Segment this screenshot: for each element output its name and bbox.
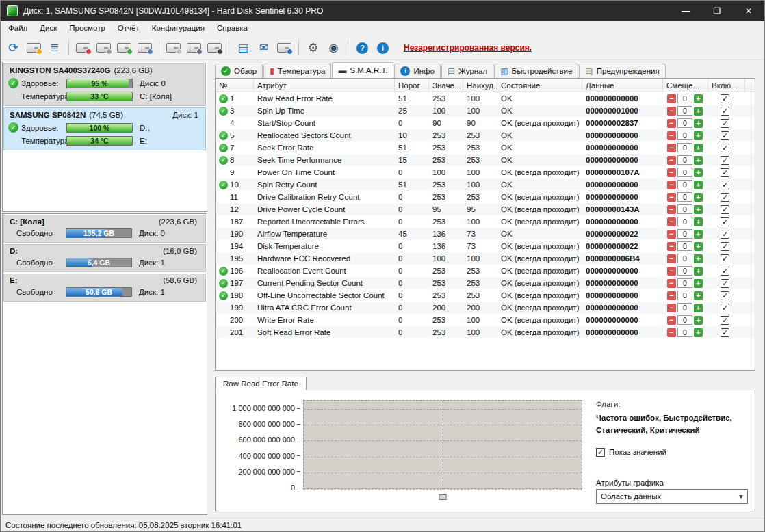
enabled-checkbox[interactable]: ✓ — [721, 131, 729, 140]
table-row[interactable]: ✓8Seek Time Performance15253253OK0000000… — [216, 154, 755, 166]
world-icon[interactable]: ◉ — [324, 39, 343, 57]
disk-repair-icon[interactable] — [24, 39, 44, 57]
column-header[interactable]: Состояние — [497, 79, 582, 92]
offset-decrease-button[interactable]: − — [667, 279, 676, 288]
column-header[interactable]: Данные — [582, 79, 663, 92]
table-row[interactable]: ✓1Raw Read Error Rate51253100OK000000000… — [216, 92, 755, 105]
table-row[interactable]: 11Drive Calibration Retry Count0253253OK… — [216, 191, 755, 203]
enabled-checkbox[interactable]: ✓ — [721, 94, 729, 103]
offset-increase-button[interactable]: + — [694, 205, 703, 214]
report-icon[interactable]: ≣ — [44, 39, 64, 57]
enabled-checkbox[interactable]: ✓ — [721, 119, 729, 128]
offset-increase-button[interactable]: + — [694, 328, 703, 337]
tab-info[interactable]: iИнфо — [394, 64, 440, 78]
enabled-checkbox[interactable]: ✓ — [721, 144, 729, 152]
table-row[interactable]: ✓3Spin Up Time25100100OK000000001000−0+✓ — [216, 105, 755, 117]
offset-increase-button[interactable]: + — [694, 304, 703, 312]
enabled-checkbox[interactable]: ✓ — [721, 168, 729, 177]
table-row[interactable]: 9Power On Time Count0100100OK (всегда пр… — [216, 166, 755, 178]
offset-decrease-button[interactable]: − — [667, 193, 676, 202]
disk-test-pause-icon[interactable] — [94, 39, 114, 57]
table-row[interactable]: 199Ultra ATA CRC Error Count0200200OK (в… — [216, 302, 755, 314]
offset-increase-button[interactable]: + — [694, 254, 703, 263]
column-header[interactable]: Значе... — [429, 79, 463, 92]
enabled-checkbox[interactable]: ✓ — [721, 217, 729, 226]
table-row[interactable]: 190Airflow Temperature4513673OK000000000… — [216, 228, 755, 240]
show-values-option[interactable]: ✓ Показ значений — [596, 448, 748, 457]
tab-overview[interactable]: ✓Обзор — [215, 64, 263, 78]
menu-report[interactable]: Отчёт — [112, 21, 146, 36]
offset-decrease-button[interactable]: − — [667, 94, 676, 103]
mail-icon[interactable]: ✉ — [254, 39, 274, 57]
column-header[interactable]: № — [216, 79, 254, 92]
info-icon[interactable]: i — [373, 39, 393, 57]
table-row[interactable]: 200Write Error Rate0253100OK (всегда про… — [216, 314, 755, 326]
offset-decrease-button[interactable]: − — [667, 119, 676, 128]
column-header[interactable]: Атрибут — [254, 79, 395, 92]
graph-attributes-dropdown[interactable]: Область данных ▾ — [596, 489, 748, 504]
menu-disk[interactable]: Диск — [34, 21, 63, 36]
disk-test-stop-icon[interactable] — [73, 39, 93, 57]
column-header[interactable]: Порог — [395, 79, 429, 92]
disk-eject-icon[interactable] — [205, 39, 224, 57]
disk-test-info-icon[interactable] — [135, 39, 155, 57]
offset-decrease-button[interactable]: − — [667, 107, 676, 116]
offset-decrease-button[interactable]: − — [667, 230, 676, 239]
menu-help[interactable]: Справка — [211, 21, 254, 36]
panels-icon[interactable]: ▤ — [233, 39, 253, 57]
disk-panel[interactable]: SAMSUNG SP0842N(74,5 GB)Диск: 1✓Здоровье… — [3, 107, 206, 150]
offset-increase-button[interactable]: + — [694, 217, 703, 226]
settings-gear-icon[interactable]: ⚙ — [303, 39, 323, 57]
enabled-checkbox[interactable]: ✓ — [721, 193, 729, 202]
disk-test-start-icon[interactable] — [114, 39, 134, 57]
table-row[interactable]: 201Soft Read Error Rate0253100OK (всегда… — [216, 326, 755, 338]
menu-file[interactable]: Файл — [2, 21, 34, 36]
table-row[interactable]: ✓10Spin Retry Count51253100OK00000000000… — [216, 178, 755, 191]
tab-warnings[interactable]: ▤Предупреждения — [579, 64, 665, 78]
offset-increase-button[interactable]: + — [694, 242, 703, 251]
offset-increase-button[interactable]: + — [694, 144, 703, 152]
offset-decrease-button[interactable]: − — [667, 267, 676, 276]
maximize-button[interactable]: ❐ — [701, 1, 733, 21]
disk-clone-icon[interactable] — [184, 39, 204, 57]
enabled-checkbox[interactable]: ✓ — [721, 279, 729, 288]
offset-increase-button[interactable]: + — [694, 181, 703, 189]
offset-decrease-button[interactable]: − — [667, 144, 676, 152]
enabled-checkbox[interactable]: ✓ — [721, 107, 729, 116]
partition-panel[interactable]: C: [Коля](223,6 GB)Свободно135,2 GBДиск:… — [3, 215, 206, 243]
column-header[interactable]: Вклю... — [708, 79, 745, 92]
enabled-checkbox[interactable]: ✓ — [721, 316, 729, 325]
offset-increase-button[interactable]: + — [694, 156, 703, 165]
tab-smart[interactable]: ▬S.M.A.R.T. — [332, 62, 393, 78]
menu-configuration[interactable]: Конфигурация — [146, 21, 211, 36]
column-header[interactable]: Смеще... — [663, 79, 708, 92]
table-row[interactable]: ✓198Off-Line Uncorrectable Sector Count0… — [216, 289, 755, 302]
unregistered-version-link[interactable]: Незарегистрированная версия. — [404, 43, 532, 53]
offset-increase-button[interactable]: + — [694, 279, 703, 288]
partition-panel[interactable]: D:(16,0 GB)Свободно6,4 GBДиск: 1 — [3, 244, 206, 272]
table-row[interactable]: 194Disk Temperature013673OK (всегда прох… — [216, 240, 755, 252]
disk-panel[interactable]: KINGSTON SA400S37240G(223,6 GB)✓Здоровье… — [3, 63, 206, 106]
table-row[interactable]: ✓196Reallocation Event Count0253253OK (в… — [216, 265, 755, 277]
cd-drive-icon[interactable] — [164, 39, 183, 57]
chart-slider-handle[interactable] — [439, 494, 447, 500]
minimize-button[interactable]: — — [670, 1, 701, 21]
offset-decrease-button[interactable]: − — [667, 291, 676, 300]
offset-decrease-button[interactable]: − — [667, 181, 676, 189]
enabled-checkbox[interactable]: ✓ — [721, 181, 729, 189]
offset-decrease-button[interactable]: − — [667, 217, 676, 226]
enabled-checkbox[interactable]: ✓ — [721, 254, 729, 263]
offset-increase-button[interactable]: + — [694, 230, 703, 239]
partition-panel[interactable]: E:(58,6 GB)Свободно50,6 GBДиск: 1 — [3, 274, 206, 302]
enabled-checkbox[interactable]: ✓ — [721, 328, 729, 337]
offset-decrease-button[interactable]: − — [667, 131, 676, 140]
table-row[interactable]: 195Hardware ECC Recovered0100100OK (всег… — [216, 252, 755, 265]
offset-increase-button[interactable]: + — [694, 168, 703, 177]
help-icon[interactable]: ? — [352, 39, 372, 57]
offset-decrease-button[interactable]: − — [667, 304, 676, 312]
enabled-checkbox[interactable]: ✓ — [721, 230, 729, 239]
offset-increase-button[interactable]: + — [694, 267, 703, 276]
offset-increase-button[interactable]: + — [694, 131, 703, 140]
chart-tab[interactable]: Raw Read Error Rate — [215, 377, 307, 390]
offset-decrease-button[interactable]: − — [667, 242, 676, 251]
